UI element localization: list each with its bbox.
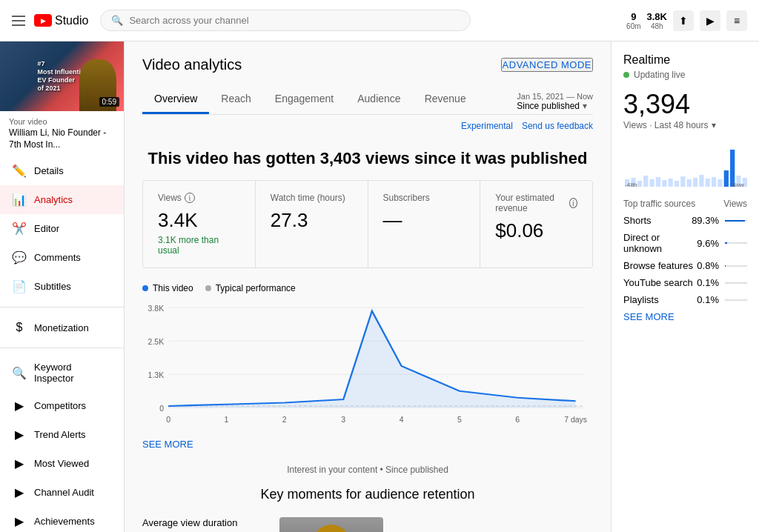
traffic-row: Browse features 0.8% (623, 260, 747, 271)
traffic-title: Top traffic sources (623, 199, 695, 209)
subtitles-icon: 📄 (12, 279, 27, 293)
stats-row: Views i 3.4K 3.1K more than usual Watch … (142, 180, 593, 268)
upload-icon[interactable]: ⬆ (673, 10, 694, 31)
traffic-source-name: Shorts (623, 215, 652, 226)
thumb-image: #7Most InfluentialEV Founderof 2021 0:59 (0, 41, 124, 111)
traffic-source-value: 0.8% (697, 260, 719, 271)
comments-icon: 💬 (12, 250, 27, 265)
svg-text:0: 0 (166, 416, 170, 425)
tab-reach[interactable]: Reach (209, 85, 262, 114)
sidebar-item-keyword[interactable]: 🔍 Keyword Inspector (0, 354, 124, 391)
menu-dots-icon[interactable]: ≡ (726, 10, 747, 31)
content-area: Video analytics ADVANCED MODE Overview R… (125, 41, 759, 532)
date-dropdown-icon[interactable]: ▾ (583, 101, 587, 111)
svg-rect-27 (656, 177, 660, 187)
tab-revenue[interactable]: Revenue (413, 85, 478, 114)
traffic-row: Playlists 0.1% (623, 294, 747, 305)
sidebar-item-most-viewed-label: Most Viewed (34, 458, 89, 469)
chart-container: 3.8K 2.5K 1.3K 0 0 1 2 3 4 5 (142, 299, 593, 433)
stat-card-views: Views i 3.4K 3.1K more than usual (143, 181, 256, 267)
sidebar-item-details-label: Details (34, 165, 64, 176)
sidebar-item-analytics[interactable]: 📊 Analytics (0, 185, 124, 214)
realtime-panel: Realtime Updating live 3,394 Views · Las… (611, 41, 759, 532)
tab-audience[interactable]: Audience (345, 85, 412, 114)
traffic-source-value: 0.1% (697, 294, 719, 305)
legend-this-video-dot (142, 285, 148, 291)
rt-chart-svg: -48h Now (623, 142, 747, 187)
legend-this-video-label: This video (153, 283, 193, 293)
legend-typical: Typical performance (205, 283, 296, 293)
svg-rect-24 (637, 181, 642, 187)
feedback-link[interactable]: Send us feedback (522, 121, 593, 131)
main-panel: Video analytics ADVANCED MODE Overview R… (125, 41, 611, 532)
rt-see-more-button[interactable]: SEE MORE (623, 311, 747, 322)
sidebar: #7Most InfluentialEV Founderof 2021 0:59… (0, 41, 125, 532)
revenue-info-icon[interactable]: i (569, 198, 577, 208)
most-viewed-icon: ▶ (12, 456, 27, 471)
video-preview: ▶ ↺ ↻ 🔊 0:00 / 0:59 ⚙ (279, 517, 383, 532)
views-dropdown-icon[interactable]: ▾ (712, 120, 716, 130)
svg-rect-33 (693, 178, 697, 187)
svg-rect-29 (669, 179, 673, 187)
menu-button[interactable] (12, 16, 25, 26)
apps-icon[interactable]: ▶ (700, 10, 720, 31)
search-bar[interactable]: 🔍 (100, 10, 471, 31)
thumb-duration: 0:59 (99, 97, 119, 107)
realtime-title: Realtime (623, 53, 747, 67)
traffic-source-name: Playlists (623, 294, 659, 305)
stat-revenue-value: $0.06 (495, 219, 577, 242)
sidebar-item-editor[interactable]: ✂️ Editor (0, 214, 124, 243)
advanced-mode-button[interactable]: ADVANCED MODE (501, 58, 593, 72)
views-info-icon[interactable]: i (185, 193, 195, 203)
stat-revenue-label: Your estimated revenue i (495, 193, 577, 213)
tab-overview[interactable]: Overview (142, 85, 209, 114)
sidebar-item-audit[interactable]: ▶ Channel Audit (0, 478, 124, 507)
stat-subs-label: Subscribers (383, 193, 465, 203)
traffic-row: YouTube search 0.1% (623, 277, 747, 288)
date-range: Jan 15, 2021 — Now Since published ▾ (517, 92, 593, 111)
sidebar-item-trend-label: Trend Alerts (34, 429, 86, 440)
sidebar-item-most-viewed[interactable]: ▶ Most Viewed (0, 449, 124, 478)
sidebar-item-competitors[interactable]: ▶ Competitors (0, 391, 124, 420)
stat-card-watchtime: Watch time (hours) 27.3 (256, 181, 368, 267)
page-header: Video analytics ADVANCED MODE (142, 56, 593, 73)
traffic-sources: Shorts 89.3% Direct or unknown 9.6% Brow… (623, 215, 747, 305)
sidebar-item-details[interactable]: ✏️ Details (0, 156, 124, 185)
traffic-views-label: Views (723, 199, 747, 209)
svg-text:Now: Now (732, 182, 744, 187)
retention-stats: Average view duration 0:34 Average perce… (142, 517, 262, 532)
search-input[interactable] (129, 15, 460, 26)
sidebar-item-comments[interactable]: 💬 Comments (0, 243, 124, 272)
headline: This video has gotten 3,403 views since … (142, 149, 593, 168)
sidebar-item-comments-label: Comments (34, 252, 81, 263)
sidebar-nav: ✏️ Details 📊 Analytics ✂️ Editor 💬 Comme… (0, 153, 124, 532)
search-icon: 🔍 (111, 15, 123, 26)
keyword-icon: 🔍 (12, 366, 27, 380)
traffic-bar (725, 242, 747, 244)
experimental-link[interactable]: Experimental (461, 121, 513, 131)
sidebar-item-achievements[interactable]: ▶ Achievements (0, 507, 124, 532)
chart-svg: 3.8K 2.5K 1.3K 0 0 1 2 3 4 5 (142, 299, 593, 433)
sidebar-item-monetization[interactable]: $ Monetization (0, 313, 124, 342)
exp-bar: Experimental Send us feedback (142, 115, 593, 137)
tabs: Overview Reach Engagement Audience Reven… (142, 85, 593, 115)
pencil-icon: ✏️ (12, 164, 27, 178)
sidebar-divider-1 (0, 307, 124, 307)
tab-engagement[interactable]: Engagement (263, 85, 345, 114)
sidebar-item-trend[interactable]: ▶ Trend Alerts (0, 420, 124, 449)
video-thumbnail[interactable]: #7Most InfluentialEV Founderof 2021 0:59 (0, 41, 124, 111)
date-range-label: Since published (517, 101, 580, 111)
analytics-icon: 📊 (12, 193, 27, 207)
svg-rect-38 (724, 170, 729, 187)
see-more-button[interactable]: SEE MORE (142, 439, 193, 450)
svg-text:1: 1 (224, 416, 228, 425)
svg-text:3.8K: 3.8K (148, 305, 165, 313)
avg-duration-label: Average view duration (142, 517, 262, 528)
stat-60m-label: 60m (626, 22, 640, 30)
svg-rect-37 (717, 179, 722, 187)
sidebar-item-subtitles[interactable]: 📄 Subtitles (0, 272, 124, 301)
sidebar-item-subtitles-label: Subtitles (34, 281, 71, 292)
svg-marker-8 (168, 311, 576, 408)
topbar: Studio 🔍 9 60m 3.8K 48h ⬆ ▶ ≡ (0, 0, 759, 41)
studio-label: Studio (55, 14, 88, 27)
